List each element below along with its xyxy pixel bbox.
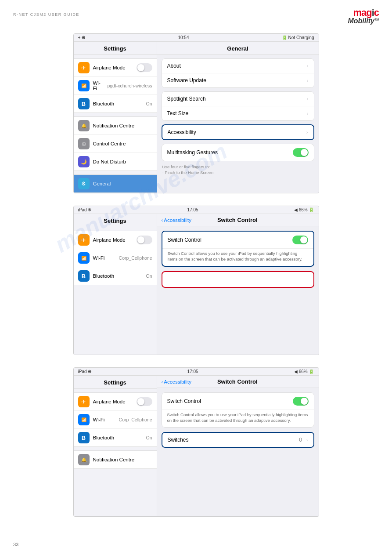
general-label-1: General (93, 181, 152, 186)
wifi-value-2: Corp_Cellphone (119, 255, 152, 261)
logo-mobility: MobilityTM (348, 18, 379, 25)
sidebar-title-3: Settings (74, 376, 157, 389)
status-center-1: 10:54 (178, 35, 189, 40)
sidebar-item-bluetooth-2[interactable]: B Bluetooth On (74, 267, 157, 285)
airplane-icon-1: ✈ (78, 62, 90, 73)
status-left-1: + ❋ (78, 35, 86, 40)
sidebar-title-1: Settings (74, 42, 157, 55)
sidebar-section-1c: ⚙ General (74, 174, 157, 193)
status-right-1: 🔋 Not Charging (282, 35, 314, 40)
status-center-2: 17:05 (187, 207, 198, 212)
sidebar-item-wifi-1[interactable]: 📶 Wi-Fi pgdt-xchurch-wireless (74, 77, 157, 95)
airplane-label-2: Airplane Mode (93, 237, 133, 243)
sidebar-item-airplane-2[interactable]: ✈ Airplane Mode (74, 231, 157, 249)
about-chevron: › (307, 63, 309, 69)
wifi-value-3: Corp_Cellphone (119, 417, 152, 422)
sidebar-item-notif-1[interactable]: 🔔 Notification Centre (74, 117, 157, 135)
wifi-icon-2: 📶 (78, 252, 90, 264)
switches-row-3[interactable]: Switches 0 › (162, 433, 313, 447)
ipad-body-3: Settings ✈ Airplane Mode 📶 Wi-Fi Corp_Ce… (74, 376, 319, 516)
switch-control-toggle-row-3[interactable]: Switch Control (162, 393, 314, 410)
screenshot-2: iPad ❋ 17:05 ◀ 66% 🔋 Settings ✈ Airplane… (73, 206, 319, 355)
sidebar-item-wifi-2[interactable]: 📶 Wi-Fi Corp_Cellphone (74, 249, 157, 267)
status-left-3: iPad ❋ (78, 369, 92, 374)
screenshots-wrapper: + ❋ 10:54 🔋 Not Charging Settings ✈ Airp… (0, 29, 392, 530)
sidebar-1: Settings ✈ Airplane Mode 📶 Wi-Fi pgdt-xc… (74, 42, 157, 193)
software-update-chevron: › (307, 78, 309, 83)
sidebar-item-bluetooth-3[interactable]: B Bluetooth On (74, 429, 157, 446)
about-row[interactable]: About › (162, 59, 314, 73)
switches-label-3: Switches (168, 437, 299, 443)
content-section-multitasking: Multitasking Gestures (162, 144, 314, 161)
sidebar-item-bluetooth-1[interactable]: B Bluetooth On (74, 95, 157, 112)
back-chevron-3: ‹ (162, 379, 163, 385)
nav-bar-3: ‹ Accessibility Switch Control (157, 376, 319, 388)
wifi-label-2: Wi-Fi (93, 255, 115, 261)
status-left-2: iPad ❋ (78, 207, 92, 212)
sidebar-section-3b: 🔔 Notification Centre (74, 450, 157, 469)
accessibility-chevron: › (306, 130, 308, 135)
switch-control-label-3: Switch Control (167, 398, 293, 404)
switch-control-toggle-row-2[interactable]: Switch Control (162, 232, 313, 249)
back-label-3: Accessibility (164, 379, 191, 385)
accessibility-label: Accessibility (168, 129, 304, 135)
status-bar-3: iPad ❋ 17:05 ◀ 66% 🔋 (74, 368, 319, 376)
back-link-3[interactable]: ‹ Accessibility (162, 379, 191, 385)
bluetooth-label-3: Bluetooth (93, 435, 143, 440)
content-section-about: About › Software Update › (162, 58, 314, 88)
sidebar-item-general-1[interactable]: ⚙ General (74, 175, 157, 192)
bluetooth-icon-1: B (78, 98, 90, 109)
spotlight-row[interactable]: Spotlight Search › (162, 92, 314, 106)
sidebar-3: Settings ✈ Airplane Mode 📶 Wi-Fi Corp_Ce… (74, 376, 157, 516)
textsize-row[interactable]: Text Size › (162, 106, 314, 120)
bluetooth-value-3: On (146, 435, 152, 440)
sidebar-item-wifi-3[interactable]: 📶 Wi-Fi Corp_Cellphone (74, 411, 157, 429)
multitasking-toggle[interactable] (293, 148, 309, 157)
nav-title-2: Switch Control (191, 217, 284, 223)
notif-icon-1: 🔔 (78, 120, 90, 131)
content-title-1: General (157, 42, 319, 55)
switch-control-section-2: Switch Control Switch Control allows you… (162, 231, 314, 267)
sidebar-item-dnd-1[interactable]: 🌙 Do Not Disturb (74, 153, 157, 170)
nav-title-3: Switch Control (191, 378, 284, 385)
sidebar-item-control-1[interactable]: ⊞ Control Centre (74, 135, 157, 153)
airplane-icon-3: ✈ (78, 396, 90, 407)
airplane-label-1: Airplane Mode (93, 65, 133, 70)
back-link-2[interactable]: ‹ Accessibility (162, 218, 191, 223)
sidebar-item-airplane-1[interactable]: ✈ Airplane Mode (74, 59, 157, 77)
switches-chevron-3: › (306, 437, 308, 443)
airplane-toggle-1[interactable] (137, 63, 152, 72)
screenshot-1: + ❋ 10:54 🔋 Not Charging Settings ✈ Airp… (73, 33, 319, 193)
accessibility-row[interactable]: Accessibility › (162, 125, 313, 139)
status-right-2: ◀ 66% 🔋 (294, 207, 314, 212)
sidebar-section-3a: ✈ Airplane Mode 📶 Wi-Fi Corp_Cellphone B… (74, 392, 157, 447)
multitasking-description: Use four or five fingers to:- Pinch to t… (157, 161, 319, 179)
ipad-body-1: Settings ✈ Airplane Mode 📶 Wi-Fi pgdt-xc… (74, 42, 319, 193)
general-icon-1: ⚙ (78, 178, 90, 189)
control-icon-1: ⊞ (78, 138, 90, 149)
bluetooth-label-2: Bluetooth (93, 273, 143, 279)
bluetooth-value-1: On (146, 101, 152, 106)
multitasking-toggle-row[interactable]: Multitasking Gestures (162, 144, 314, 161)
software-update-row[interactable]: Software Update › (162, 73, 314, 87)
screenshot-3: iPad ❋ 17:05 ◀ 66% 🔋 Settings ✈ Airplane… (73, 367, 319, 517)
back-label-2: Accessibility (164, 218, 191, 223)
switch-control-toggle-2[interactable] (292, 236, 308, 244)
airplane-icon-2: ✈ (78, 234, 90, 246)
page-number: 33 (13, 542, 18, 547)
switches-section-3: Switches 0 › (162, 432, 314, 448)
airplane-toggle-3[interactable] (137, 397, 152, 406)
guide-title-area: R-NET CJSM2 USER GUIDE (13, 8, 79, 17)
sidebar-item-airplane-3[interactable]: ✈ Airplane Mode (74, 393, 157, 411)
wifi-label-3: Wi-Fi (93, 417, 115, 422)
notif-icon-3: 🔔 (78, 454, 90, 465)
sidebar-item-notif-3[interactable]: 🔔 Notification Centre (74, 451, 157, 468)
bluetooth-icon-2: B (78, 270, 90, 282)
airplane-toggle-2[interactable] (137, 236, 152, 244)
dnd-label-1: Do Not Disturb (93, 159, 152, 164)
logo-area: magic MobilityTM (348, 8, 379, 25)
sidebar-title-2: Settings (74, 214, 157, 227)
status-bar-1: + ❋ 10:54 🔋 Not Charging (74, 34, 319, 42)
status-bar-2: iPad ❋ 17:05 ◀ 66% 🔋 (74, 206, 319, 214)
switch-control-toggle-3[interactable] (293, 397, 309, 406)
